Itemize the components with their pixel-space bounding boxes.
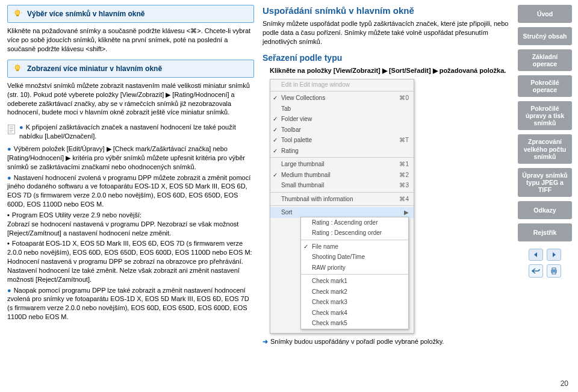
bullet-2: ●Nastavení hodnocení zvolená v programu … — [7, 173, 254, 209]
page-prev-button[interactable] — [529, 249, 543, 261]
nav-contents[interactable]: Stručný obsah — [518, 27, 572, 45]
heading-arrange: Uspořádání snímků v hlavním okně — [263, 5, 509, 17]
svg-line-12 — [14, 64, 15, 65]
svg-line-6 — [20, 10, 21, 10]
sort-date[interactable]: Shooting Date/Time — [301, 252, 408, 263]
attach-intro: ●K připojení zaškrtávacích značek a nast… — [7, 123, 254, 141]
tip-box-more-thumbs: Zobrazení více miniatur v hlavním okně — [7, 60, 254, 78]
sort-raw-priority[interactable]: RAW priority — [301, 263, 408, 273]
tip1-body: Klikněte na požadované snímky a současně… — [7, 26, 254, 54]
back-button[interactable] — [529, 264, 543, 278]
nav-intro[interactable]: Úvod — [518, 5, 572, 23]
menu-edit-image: Edit in Edit image window — [270, 79, 414, 90]
menu-tool-palette[interactable]: Tool palette⌘T — [270, 135, 414, 146]
tool-buttons — [518, 264, 572, 278]
tip-box-select-multiple: Výběr více snímků v hlavním okně — [7, 5, 254, 23]
nav-adv-edit-print[interactable]: Pokročilé úpravy a tisk snímků — [518, 101, 572, 130]
page-number: 20 — [561, 379, 568, 388]
svg-marker-19 — [534, 252, 537, 257]
sort-check5[interactable]: Check mark5 — [301, 318, 408, 329]
lightbulb-icon — [13, 64, 22, 73]
nav-index[interactable]: Rejstřík — [518, 223, 572, 241]
print-button[interactable] — [547, 264, 561, 278]
sort-check1[interactable]: Check mark1 — [301, 276, 408, 287]
lightbulb-icon — [13, 9, 22, 19]
sort-check4[interactable]: Check mark4 — [301, 308, 408, 319]
svg-rect-8 — [16, 70, 19, 71]
sort-filename[interactable]: File name — [301, 241, 408, 252]
menu-medium-thumb[interactable]: Medium thumbnail⌘2 — [270, 170, 414, 181]
result-line: ➜Snímky budou uspořádány v pořadí podle … — [263, 337, 509, 346]
pager — [518, 249, 572, 261]
svg-point-0 — [15, 10, 20, 15]
svg-point-7 — [15, 65, 20, 70]
menu-small-thumb[interactable]: Small thumbnail⌘3 — [270, 180, 414, 191]
arrow-icon: ➜ — [263, 338, 268, 345]
menu-tab[interactable]: Tab — [270, 104, 414, 114]
tip2-body: Velké množství snímků můžete zobrazit na… — [7, 81, 254, 117]
menu-toolbar[interactable]: Toolbar — [270, 125, 414, 135]
svg-line-13 — [20, 64, 21, 65]
menu-large-thumb[interactable]: Large thumbnail⌘1 — [270, 159, 414, 170]
sidebar: Úvod Stručný obsah Základní operace Pokr… — [518, 5, 572, 346]
sort-check2[interactable]: Check mark2 — [301, 287, 408, 297]
bullet-3: ●Naopak pomocí programu DPP lze také zob… — [7, 286, 254, 322]
svg-rect-14 — [8, 125, 14, 134]
page-next-button[interactable] — [547, 249, 561, 261]
nav-links[interactable]: Odkazy — [518, 201, 572, 219]
svg-line-5 — [14, 10, 15, 10]
sort-check3[interactable]: Check mark3 — [301, 297, 408, 308]
bullet-1: ●Výběrem položek [Edit/Úpravy] ▶ [Check … — [7, 145, 254, 172]
nav-advanced[interactable]: Pokročilé operace — [518, 75, 572, 97]
nav-batch[interactable]: Zpracování velkého počtu snímků — [518, 134, 572, 163]
heading-sort-type: Seřazení podle typu — [263, 52, 509, 64]
tip2-title: Zobrazení více miniatur v hlavním okně — [27, 64, 162, 73]
svg-rect-1 — [16, 15, 19, 16]
nav-jpeg-tiff[interactable]: Úpravy snímků typu JPEG a TIFF — [518, 168, 572, 197]
svg-rect-23 — [552, 272, 556, 274]
note-icon — [7, 124, 16, 135]
menu-thumb-info[interactable]: Thumbnail with information⌘4 — [270, 194, 414, 205]
sort-submenu: Rating : Ascending order Rating : Descen… — [300, 217, 409, 329]
nav-basic[interactable]: Základní operace — [518, 49, 572, 71]
menu-view-collections[interactable]: View Collections⌘0 — [270, 93, 414, 104]
sort-step: Klikněte na položky [View/Zobrazit] ▶ [S… — [270, 66, 509, 75]
tip1-title: Výběr více snímků v hlavním okně — [27, 9, 144, 19]
sort-rating-asc[interactable]: Rating : Ascending order — [301, 217, 408, 228]
menu-rating[interactable]: Rating — [270, 146, 414, 157]
view-menu: Edit in Edit image window View Collectio… — [270, 79, 414, 334]
subitem-2: •Fotoaparát EOS-1D X, EOS 5D Mark III, E… — [7, 239, 254, 284]
menu-folder-view[interactable]: Folder view — [270, 114, 414, 125]
subitem-1: •Program EOS Utility verze 2.9 nebo nově… — [7, 211, 254, 238]
sort-rating-desc[interactable]: Rating : Descending order — [301, 228, 408, 238]
svg-marker-20 — [553, 252, 556, 257]
arrange-intro: Snímky můžete uspořádat podle typů zaškr… — [263, 19, 509, 46]
svg-rect-22 — [552, 268, 556, 270]
